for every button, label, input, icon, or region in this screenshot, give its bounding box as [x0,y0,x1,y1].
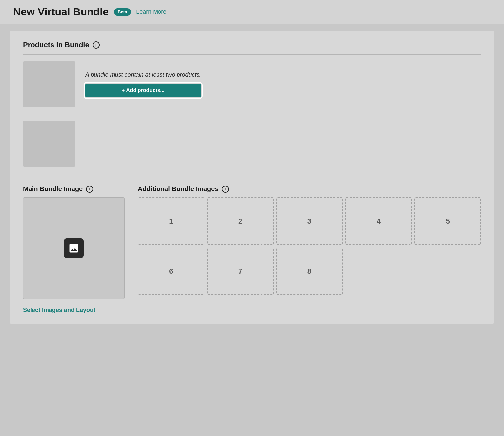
images-section: Main Bundle Image i Additional Bundle Im… [23,185,481,299]
main-image-title-text: Main Bundle Image [23,185,83,193]
add-products-button[interactable]: + Add products... [85,84,201,97]
additional-images-title: Additional Bundle Images i [138,185,481,193]
product-row-1: A bundle must contain at least two produ… [23,55,481,114]
image-slot-7[interactable]: 7 [207,248,274,295]
image-placeholder-icon [64,238,84,258]
product-row-2 [23,114,481,173]
main-image-section: Main Bundle Image i [23,185,125,299]
additional-images-grid: 1 2 3 4 5 6 7 8 [138,197,481,295]
beta-badge: Beta [114,8,131,16]
product-image-placeholder-2 [23,121,75,167]
learn-more-link[interactable]: Learn More [136,9,166,15]
image-slot-1[interactable]: 1 [138,197,204,245]
products-title-text: Products In Bundle [23,41,89,49]
products-info-icon[interactable]: i [93,41,100,49]
divider-bottom [23,173,481,173]
image-slot-5[interactable]: 5 [414,197,481,245]
image-slot-6[interactable]: 6 [138,248,204,295]
products-section-title: Products In Bundle i [23,41,481,49]
mountain-image-icon [68,242,80,254]
image-slot-3[interactable]: 3 [276,197,343,245]
page-header: New Virtual Bundle Beta Learn More [0,0,504,24]
image-slot-8[interactable]: 8 [276,248,343,295]
bundle-message: A bundle must contain at least two produ… [85,71,201,78]
main-image-box[interactable] [23,197,125,299]
product-content-1: A bundle must contain at least two produ… [85,71,201,97]
main-content: Products In Bundle i A bundle must conta… [10,31,494,324]
select-images-link[interactable]: Select Images and Layout [23,307,95,314]
product-image-placeholder-1 [23,61,75,107]
main-image-info-icon[interactable]: i [86,186,93,193]
main-image-title: Main Bundle Image i [23,185,125,193]
page-title: New Virtual Bundle [13,6,109,18]
additional-images-section: Additional Bundle Images i 1 2 3 4 5 6 7… [138,185,481,295]
additional-images-title-text: Additional Bundle Images [138,185,219,193]
image-slot-2[interactable]: 2 [207,197,274,245]
additional-images-info-icon[interactable]: i [222,186,229,193]
image-slot-4[interactable]: 4 [345,197,412,245]
